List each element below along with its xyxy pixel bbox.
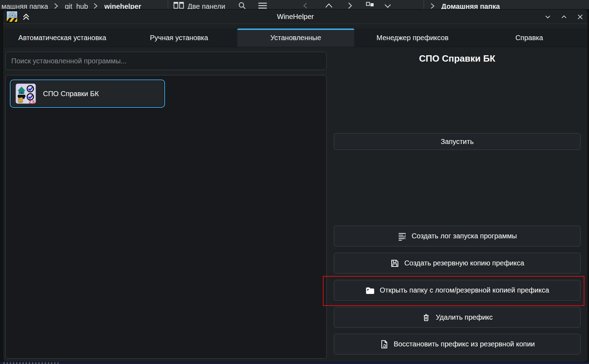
breadcrumb-current[interactable]: winehelper	[104, 2, 141, 9]
program-icon: 2.5	[16, 83, 36, 104]
chevron-right-icon	[54, 3, 59, 9]
list-item-spo-spravki-bk[interactable]: 2.5 СПО Справки БК	[10, 80, 165, 108]
restore-prefix-button[interactable]: Восстановить префикс из резервной копии	[334, 334, 581, 354]
tab-label: Установленные	[270, 34, 321, 42]
run-button[interactable]: Запустить	[334, 133, 581, 150]
create-backup-label: Создать резервную копию префикса	[404, 259, 524, 267]
breadcrumb-folder[interactable]: git_hub	[65, 2, 88, 9]
screen: машняя папка git_hub winehelper Две пане…	[0, 0, 589, 364]
maximize-button[interactable]	[560, 13, 568, 21]
tab-manual-install[interactable]: Ручная установка	[121, 29, 237, 47]
tab-label: Справка	[515, 34, 543, 42]
minimize-button[interactable]	[544, 13, 552, 21]
create-log-label: Создать лог запуска программы	[412, 232, 517, 240]
run-button-label: Запустить	[441, 138, 474, 146]
toolbar-divider	[168, 0, 168, 9]
tab-label: Автоматическая установка	[18, 34, 106, 42]
close-icon	[576, 13, 584, 21]
folder-icon	[365, 286, 375, 295]
background-window-top-strip: машняя папка git_hub winehelper Две пане…	[0, 0, 589, 9]
program-name: СПО Справки БК	[43, 90, 99, 98]
detail-title: СПО Справки БК	[334, 53, 581, 64]
search-box	[5, 52, 327, 70]
log-lines-icon	[398, 232, 407, 241]
tab-auto-install[interactable]: Автоматическая установка	[4, 29, 121, 47]
restore-prefix-label: Восстановить префикс из резервной копии	[394, 340, 535, 348]
chevron-right-icon	[430, 3, 435, 9]
open-folder-button[interactable]: Открыть папку с логом/резервной копией п…	[334, 280, 581, 301]
restore-document-icon	[380, 340, 389, 349]
window-controls	[544, 10, 584, 24]
tab-installed[interactable]: Установленные	[237, 29, 354, 47]
installed-programs-list: 2.5 СПО Справки БК	[5, 75, 327, 359]
tab-label: Ручная установка	[150, 34, 208, 42]
titlebar[interactable]: WineHelper	[3, 10, 588, 24]
toolbar-divider	[424, 0, 424, 9]
floppy-disk-icon	[390, 259, 399, 268]
search-icon[interactable]	[238, 2, 246, 9]
back-icon[interactable]	[302, 3, 308, 8]
icon-version-badge: 2.5	[29, 100, 35, 104]
up-icon[interactable]	[325, 3, 333, 8]
breadcrumb-home[interactable]: машняя папка	[1, 2, 48, 9]
maximize-icon	[560, 13, 568, 21]
hamburger-menu-icon[interactable]	[258, 2, 267, 9]
delete-prefix-label: Удалить префикс	[436, 313, 493, 321]
background-window-bottom-band	[0, 362, 589, 364]
dual-pane-icon[interactable]	[173, 2, 184, 9]
tab-prefix-manager[interactable]: Менеджер префиксов	[354, 29, 471, 47]
breadcrumb-right-current[interactable]: Домашняя папка	[441, 2, 500, 9]
minimize-icon	[544, 13, 552, 21]
open-folder-label: Открыть папку с логом/резервной копией п…	[380, 286, 549, 294]
create-log-button[interactable]: Создать лог запуска программы	[334, 226, 581, 246]
chevron-down-icon[interactable]	[384, 4, 391, 8]
forward-icon[interactable]	[348, 2, 352, 9]
delete-prefix-button[interactable]: Удалить префикс	[334, 307, 581, 328]
winehelper-window: WineHelper Автоматическая установка Ручн…	[3, 9, 588, 362]
dual-pane-label[interactable]: Две панели	[188, 2, 225, 9]
window-title: WineHelper	[3, 10, 588, 24]
search-input[interactable]	[6, 52, 326, 70]
view-mode-icon[interactable]	[366, 2, 374, 8]
create-backup-button[interactable]: Создать резервную копию префикса	[334, 253, 581, 274]
close-button[interactable]	[576, 13, 584, 21]
chevron-right-icon	[93, 3, 98, 9]
tab-label: Менеджер префиксов	[376, 34, 448, 42]
tab-bar: Автоматическая установка Ручная установк…	[4, 29, 588, 47]
trash-icon	[422, 313, 431, 322]
tab-help[interactable]: Справка	[471, 29, 588, 47]
